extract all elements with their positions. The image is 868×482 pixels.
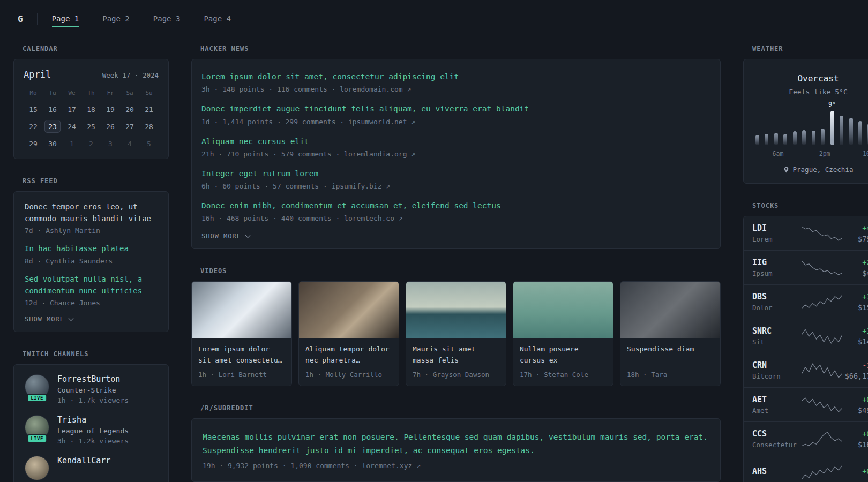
rss-item-title[interactable]: In hac habitasse platea	[25, 243, 158, 255]
calendar-day: 17	[64, 103, 80, 116]
stock-symbol[interactable]: LDI	[752, 223, 802, 233]
video-card[interactable]: Aliquam tempor dolor nec pharetra… 1h · …	[298, 281, 399, 386]
hn-item[interactable]: Aliquam nec cursus elit 21h · 710 points…	[201, 136, 710, 158]
twitch-channel[interactable]: LIVE Trisha League of Legends 3h · 1.2k …	[25, 415, 158, 445]
tab-page-1[interactable]: Page 1	[52, 11, 79, 27]
stock-row[interactable]: CRN Bitcorn -1.00% $66,171.48	[744, 353, 868, 387]
video-meta: 1h · Lori Barnett	[198, 371, 285, 379]
video-title[interactable]: Aliquam tempor dolor nec pharetra…	[305, 344, 392, 366]
twitch-card: LIVE ForrestBurton Counter-Strike 1h · 1…	[13, 364, 169, 482]
rss-item[interactable]: Donec tempor eros leo, ut commodo mauris…	[25, 201, 158, 235]
stock-symbol[interactable]: AET	[752, 395, 802, 404]
weather-condition: Overcast	[753, 73, 868, 84]
channel-name[interactable]: Trisha	[57, 415, 129, 425]
weather-bar	[802, 130, 806, 145]
video-title[interactable]: Mauris sit amet massa felis	[413, 344, 499, 366]
calendar-day: 2	[83, 137, 99, 150]
videos-widget: VIDEOS Lorem ipsum dolor sit amet consec…	[191, 267, 721, 386]
calendar-day: 1	[64, 137, 80, 150]
video-title[interactable]: Nullam posuere cursus ex	[520, 344, 607, 366]
calendar-day: 4	[122, 137, 138, 150]
calendar-day: 18	[83, 103, 99, 116]
dashboard-grid: CALENDAR April Week 17 · 2024 Mo Tu We T…	[0, 37, 868, 482]
twitch-widget: TWITCH CHANNELS LIVE ForrestBurton Count…	[13, 350, 169, 482]
hn-item[interactable]: Donec enim nibh, condimentum et accumsan…	[201, 200, 710, 222]
subreddit-card: Maecenas mollis pulvinar erat non posuer…	[191, 418, 721, 481]
calendar-day: 3	[102, 137, 118, 150]
reddit-post-title[interactable]: Maecenas mollis pulvinar erat non posuer…	[203, 431, 709, 457]
calendar-day: 21	[141, 103, 157, 116]
stock-symbol[interactable]: CCS	[752, 429, 802, 439]
video-title[interactable]: Suspendisse diam	[627, 344, 714, 366]
stock-name: Amet	[752, 406, 802, 415]
hn-item-title[interactable]: Donec enim nibh, condimentum et accumsan…	[201, 200, 710, 211]
stock-row[interactable]: SNRC Sit +1.36% $148.64	[744, 319, 868, 353]
video-meta: 18h · Tara	[627, 371, 714, 379]
hn-item[interactable]: Integer eget rutrum lorem 6h · 60 points…	[201, 168, 710, 190]
stock-symbol[interactable]: CRN	[752, 360, 802, 370]
weather-location-row: Prague, Czechia	[753, 165, 868, 174]
tab-page-4[interactable]: Page 4	[204, 11, 231, 27]
tab-page-3[interactable]: Page 3	[153, 11, 181, 27]
hn-item-title[interactable]: Donec imperdiet augue tincidunt felis al…	[201, 103, 710, 114]
channel-game: League of Legends	[57, 427, 129, 435]
calendar-header-row: April Week 17 · 2024	[24, 69, 159, 80]
stock-symbol[interactable]: DBS	[752, 292, 802, 302]
stock-row[interactable]: DBS Dolor +1.42% $156.28	[744, 284, 868, 319]
stock-symbol[interactable]: IIG	[752, 258, 802, 267]
weather-bar	[774, 133, 778, 145]
reddit-post-meta: 19h · 9,932 points · 1,090 comments · lo…	[203, 462, 709, 470]
hn-show-more-button[interactable]: SHOW MORE	[201, 232, 710, 240]
page-tabs: Page 1 Page 2 Page 3 Page 4	[52, 11, 255, 27]
hn-item-meta: 6h · 60 points · 57 comments · ipsumify.…	[201, 182, 710, 190]
avatar: LIVE	[25, 374, 49, 399]
hn-item-title[interactable]: Lorem ipsum dolor sit amet, consectetur …	[201, 71, 710, 82]
stock-row[interactable]: AHS +0.46%	[744, 456, 868, 482]
left-column: CALENDAR April Week 17 · 2024 Mo Tu We T…	[13, 45, 169, 482]
channel-name[interactable]: KendallCarr	[57, 456, 110, 465]
calendar-day: 19	[102, 103, 118, 116]
weather-time-axis: 6am 2pm 10pm	[753, 150, 868, 158]
hn-item[interactable]: Donec imperdiet augue tincidunt felis al…	[201, 103, 710, 125]
topbar: G Page 1 Page 2 Page 3 Page 4	[0, 0, 868, 37]
videos-carousel[interactable]: Lorem ipsum dolor sit amet consectetu… 1…	[191, 281, 721, 386]
stock-sparkline	[802, 396, 842, 414]
stock-price: $499.72	[842, 406, 868, 415]
stock-symbol[interactable]: AHS	[752, 466, 802, 476]
tab-page-2[interactable]: Page 2	[102, 11, 130, 27]
video-card[interactable]: Nullam posuere cursus ex 17h · Stefan Co…	[513, 281, 613, 386]
stock-change: +0.51%	[842, 430, 868, 438]
rss-item-title[interactable]: Sed volutpat nulla nisl, a condimentum n…	[25, 274, 158, 297]
rss-item[interactable]: Sed volutpat nulla nisl, a condimentum n…	[25, 274, 158, 307]
stock-row[interactable]: CCS Consectetur +0.51% $165.84	[744, 421, 868, 456]
stock-change: +1.42%	[842, 292, 868, 301]
video-card[interactable]: Lorem ipsum dolor sit amet consectetu… 1…	[191, 281, 292, 386]
video-meta: 17h · Stefan Cole	[520, 371, 607, 379]
rss-item[interactable]: In hac habitasse platea 8d · Cynthia Sau…	[25, 243, 158, 265]
hn-item[interactable]: Lorem ipsum dolor sit amet, consectetur …	[201, 71, 710, 93]
hn-item-title[interactable]: Integer eget rutrum lorem	[201, 168, 710, 179]
channel-name[interactable]: ForrestBurton	[57, 374, 129, 384]
video-thumbnail	[513, 282, 613, 338]
rss-item-title[interactable]: Donec tempor eros leo, ut commodo mauris…	[25, 201, 158, 224]
video-card[interactable]: Suspendisse diam 18h · Tara	[620, 281, 721, 386]
weekday-label: Su	[145, 89, 152, 96]
rss-show-more-button[interactable]: SHOW MORE	[25, 315, 158, 323]
stock-row[interactable]: AET Amet +0.92% $499.72	[744, 387, 868, 421]
hackernews-card: Lorem ipsum dolor sit amet, consectetur …	[191, 59, 721, 249]
weather-bar	[755, 135, 759, 145]
twitch-channel[interactable]: LIVE ForrestBurton Counter-Strike 1h · 1…	[25, 374, 158, 404]
stock-row[interactable]: IIG Ipsum +2.84% $42.04	[744, 250, 868, 284]
app-logo[interactable]: G	[18, 14, 23, 24]
rss-section-title: RSS FEED	[23, 177, 169, 185]
stock-change: +0.46%	[842, 467, 868, 476]
video-card[interactable]: Mauris sit amet massa felis 7h · Grayson…	[406, 281, 506, 386]
stock-sparkline	[802, 259, 842, 277]
twitch-channel[interactable]: KendallCarr	[25, 456, 158, 480]
axis-label: 6am	[773, 150, 784, 157]
hn-item-title[interactable]: Aliquam nec cursus elit	[201, 136, 710, 147]
hn-item-meta: 3h · 148 points · 116 comments · loremdo…	[201, 85, 710, 93]
stock-row[interactable]: LDI Lorem +4.35% $795.18	[744, 216, 868, 250]
stock-symbol[interactable]: SNRC	[752, 326, 802, 336]
video-title[interactable]: Lorem ipsum dolor sit amet consectetu…	[198, 344, 285, 366]
